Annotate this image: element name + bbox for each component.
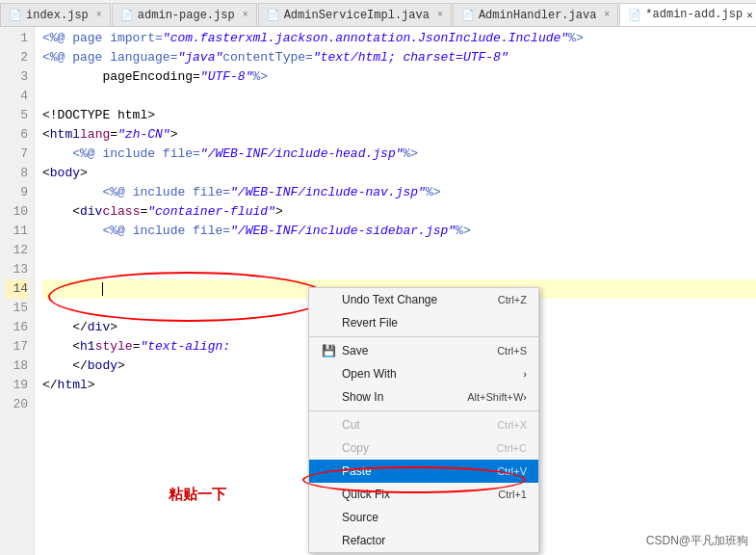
line-num-5: 5	[6, 106, 28, 125]
tab-close[interactable]: ×	[604, 10, 610, 20]
undo-icon	[321, 292, 336, 307]
line-num-9: 9	[6, 183, 28, 202]
menu-shortcut-paste: Ctrl+V	[497, 465, 527, 477]
menu-separator-2	[309, 410, 538, 411]
menu-label-paste: Paste	[342, 464, 497, 478]
menu-paste[interactable]: Paste Ctrl+V	[309, 460, 538, 483]
tab-bar: 📄 index.jsp × 📄 admin-page.jsp × 📄 Admin…	[0, 0, 756, 27]
menu-shortcut-undo: Ctrl+Z	[498, 294, 527, 305]
source-icon	[321, 510, 336, 525]
menu-separator-1	[309, 336, 538, 337]
menu-label-refactor: Refactor	[342, 534, 527, 547]
copy-icon	[321, 440, 336, 456]
code-line-2: <%@ page language="java" contentType="te…	[42, 48, 756, 67]
line-num-17: 17	[6, 337, 28, 357]
tab-admin-add-jsp[interactable]: 📄 *admin-add.jsp ✕	[619, 3, 756, 26]
context-menu: Undo Text Change Ctrl+Z Revert File 💾 Sa…	[308, 287, 539, 553]
code-line-12	[42, 241, 756, 260]
line-num-14: 14	[6, 279, 28, 299]
code-line-13	[42, 260, 756, 279]
code-line-1: <%@ page import="com.fasterxml.jackson.a…	[42, 29, 756, 48]
menu-show-in[interactable]: Show In Alt+Shift+W ›	[309, 385, 538, 409]
tab-close[interactable]: ✕	[746, 9, 753, 21]
code-line-6: <html lang="zh-CN">	[42, 125, 756, 145]
tab-label: AdminHandler.java	[479, 9, 596, 22]
tab-index-jsp[interactable]: 📄 index.jsp ×	[0, 3, 111, 26]
tab-icon: 📄	[628, 9, 641, 21]
revert-icon	[321, 315, 336, 330]
line-num-4: 4	[6, 87, 28, 106]
menu-copy[interactable]: Copy Ctrl+C	[309, 436, 538, 460]
code-line-11: <%@ include file="/WEB-INF/include-sideb…	[42, 222, 756, 241]
line-num-1: 1	[6, 29, 28, 48]
code-line-5: <!DOCTYPE html>	[42, 106, 756, 125]
menu-save[interactable]: 💾 Save Ctrl+S	[309, 339, 538, 362]
line-num-18: 18	[6, 357, 28, 376]
tab-close[interactable]: ×	[437, 10, 443, 20]
menu-label-undo: Undo Text Change	[342, 293, 498, 306]
menu-shortcut-cut: Ctrl+X	[497, 419, 527, 431]
menu-shortcut-copy: Ctrl+C	[497, 442, 527, 454]
menu-undo-text-change[interactable]: Undo Text Change Ctrl+Z	[309, 288, 538, 311]
tab-icon: 📄	[9, 9, 22, 21]
line-num-2: 2	[6, 48, 28, 67]
tab-close[interactable]: ×	[243, 10, 248, 20]
line-num-10: 10	[6, 202, 28, 222]
open-with-icon	[321, 366, 336, 382]
line-num-15: 15	[6, 299, 28, 318]
text-cursor	[102, 282, 103, 296]
menu-label-revert: Revert File	[342, 316, 527, 330]
watermark: CSDN@平凡加班狗	[646, 533, 748, 549]
line-num-12: 12	[6, 241, 28, 260]
menu-label-quick-fix: Quick Fix	[342, 488, 498, 501]
menu-refactor[interactable]: Refactor	[309, 529, 538, 552]
menu-quick-fix[interactable]: Quick Fix Ctrl+1	[309, 483, 538, 506]
tab-label: *admin-add.jsp	[645, 8, 743, 21]
menu-label-source: Source	[342, 511, 527, 524]
menu-source[interactable]: Source	[309, 506, 538, 529]
line-num-20: 20	[6, 395, 28, 414]
menu-label-save: Save	[342, 344, 497, 357]
paste-icon	[321, 463, 336, 479]
line-num-13: 13	[6, 260, 28, 279]
save-icon: 💾	[321, 343, 336, 358]
tab-close[interactable]: ×	[96, 10, 102, 20]
menu-shortcut-show-in: Alt+Shift+W	[467, 391, 523, 403]
line-num-3: 3	[6, 67, 28, 87]
annotation-label: 粘贴一下	[169, 486, 226, 504]
line-num-11: 11	[6, 222, 28, 241]
show-in-icon	[321, 389, 336, 405]
menu-cut[interactable]: Cut Ctrl+X	[309, 413, 538, 436]
tab-adminserviceimpl-java[interactable]: 📄 AdminServiceImpl.java ×	[258, 3, 452, 26]
quick-fix-icon	[321, 487, 336, 502]
menu-label-cut: Cut	[342, 418, 497, 432]
code-line-4	[42, 87, 756, 106]
line-numbers: 1 2 3 4 5 6 7 8 9 10 11 12 13 14 15 16 1…	[0, 27, 35, 555]
refactor-icon	[321, 533, 336, 548]
menu-shortcut-save: Ctrl+S	[497, 345, 527, 357]
cut-icon	[321, 417, 336, 433]
tab-label: index.jsp	[26, 9, 89, 22]
line-num-7: 7	[6, 145, 28, 164]
menu-label-open-with: Open With	[342, 367, 523, 381]
line-num-16: 16	[6, 318, 28, 337]
line-num-6: 6	[6, 125, 28, 145]
code-line-3: pageEncoding="UTF-8"%>	[42, 67, 756, 87]
editor-area: 1 2 3 4 5 6 7 8 9 10 11 12 13 14 15 16 1…	[0, 27, 756, 555]
code-line-8: <body>	[42, 164, 756, 183]
menu-label-copy: Copy	[342, 441, 497, 455]
tab-icon: 📄	[461, 9, 475, 21]
menu-label-show-in: Show In	[342, 390, 467, 404]
code-line-10: <div class="container-fluid">	[42, 202, 756, 222]
tab-admin-page-jsp[interactable]: 📄 admin-page.jsp ×	[112, 3, 257, 26]
menu-revert-file[interactable]: Revert File	[309, 311, 538, 334]
tab-label: AdminServiceImpl.java	[284, 9, 430, 22]
code-line-7: <%@ include file="/WEB-INF/include-head.…	[42, 145, 756, 164]
tab-adminhandler-java[interactable]: 📄 AdminHandler.java ×	[453, 3, 618, 26]
menu-open-with[interactable]: Open With ›	[309, 362, 538, 385]
tab-icon: 📄	[267, 9, 280, 21]
tab-icon: 📄	[120, 9, 134, 21]
line-num-19: 19	[6, 376, 28, 395]
tab-label: admin-page.jsp	[138, 9, 235, 22]
menu-shortcut-quick-fix: Ctrl+1	[498, 489, 527, 500]
